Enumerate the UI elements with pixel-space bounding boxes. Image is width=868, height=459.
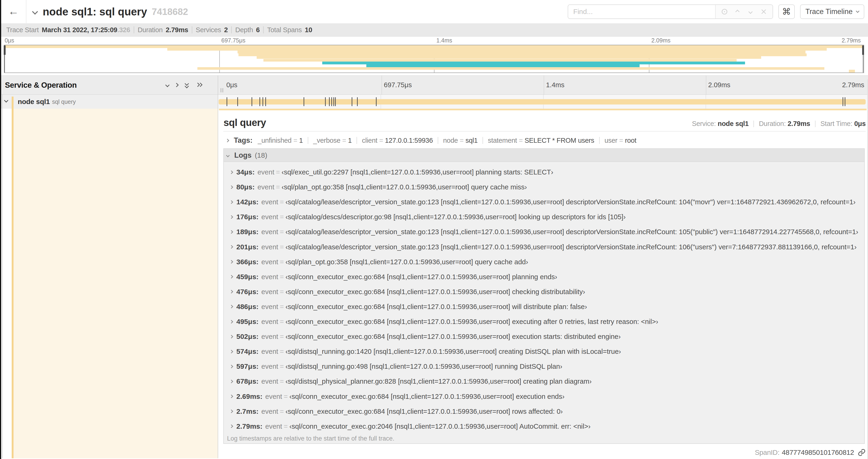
- log-equals: =: [278, 243, 285, 251]
- log-marker-tick[interactable]: [331, 97, 332, 106]
- log-value: ‹sql/plan_opt.go:358 [nsql1,client=127.0…: [282, 183, 527, 191]
- tag-item[interactable]: client=127.0.0.1:59936: [362, 137, 433, 144]
- log-row[interactable]: 459μs:event=‹sql/conn_executor_exec.go:6…: [224, 269, 864, 284]
- log-row[interactable]: 189μs:event=‹sql/catalog/lease/descripto…: [224, 224, 864, 239]
- log-row[interactable]: 2.79ms:event=‹sql/conn_executor_exec.go:…: [224, 419, 864, 434]
- collapse-all-button[interactable]: [184, 82, 190, 88]
- log-marker-tick[interactable]: [352, 97, 352, 106]
- log-marker-tick[interactable]: [843, 97, 843, 106]
- log-row[interactable]: 574μs:event=‹sql/distsql_running.go:1420…: [224, 344, 864, 359]
- log-value: ‹sql/conn_executor_exec.go:684 [nsql1,cl…: [286, 318, 658, 325]
- expand-all-button[interactable]: [196, 82, 202, 88]
- tag-equals: =: [458, 137, 465, 144]
- ruler-label: 1.4ms: [546, 81, 564, 89]
- tag-item[interactable]: node=sql1: [443, 137, 477, 144]
- stats-item: Total Spans10: [267, 26, 312, 34]
- log-row[interactable]: 176μs:event=‹sql/catalog/descs/descripto…: [224, 209, 864, 224]
- trace-title-group[interactable]: node sql1: sql query 7418682: [26, 0, 568, 23]
- log-row[interactable]: 502μs:event=‹sql/conn_executor_exec.go:6…: [224, 329, 864, 344]
- back-button[interactable]: ←: [1, 0, 26, 23]
- log-marker-tick[interactable]: [357, 97, 358, 106]
- tag-key: statement: [488, 137, 517, 144]
- tag-item[interactable]: _verbose=1: [313, 137, 352, 144]
- ruler-label: 0μs: [226, 81, 237, 89]
- log-marker-tick[interactable]: [262, 97, 263, 106]
- span-name-cell[interactable]: node sql1 sql query: [1, 95, 218, 109]
- detail-overview-info: Service:node sql1Duration:2.79msStart Ti…: [692, 120, 866, 128]
- log-marker-tick[interactable]: [226, 97, 227, 106]
- log-marker-tick[interactable]: [304, 97, 304, 106]
- prev-match-button[interactable]: [731, 5, 744, 18]
- next-match-button[interactable]: [744, 5, 757, 18]
- log-row[interactable]: 142μs:event=‹sql/catalog/lease/descripto…: [224, 195, 864, 209]
- stats-label: Trace Start: [6, 26, 39, 34]
- detail-accent-bar[interactable]: [12, 97, 13, 458]
- expand-one-button[interactable]: [174, 83, 179, 87]
- minimap-span: [322, 62, 745, 64]
- chevron-right-icon: [229, 365, 233, 368]
- tag-item[interactable]: _unfinished=1: [257, 137, 303, 144]
- log-row[interactable]: 486μs:event=‹sql/conn_executor_exec.go:6…: [224, 299, 864, 314]
- log-row[interactable]: 201μs:event=‹sql/catalog/lease/descripto…: [224, 239, 864, 255]
- tag-item[interactable]: user=root: [604, 137, 637, 144]
- log-field: event=‹sql/catalog/lease/descriptor_vers…: [261, 228, 858, 236]
- log-row[interactable]: 476μs:event=‹sql/conn_executor_exec.go:6…: [224, 284, 864, 299]
- log-row[interactable]: 34μs:event=‹sql/exec_util.go:2297 [nsql1…: [224, 165, 864, 179]
- span-timeline-cell[interactable]: [218, 95, 868, 109]
- column-resizer-divider[interactable]: [218, 75, 218, 458]
- log-equals: =: [278, 273, 285, 281]
- log-value: ‹sql/conn_executor_exec.go:684 [nsql1,cl…: [289, 393, 564, 400]
- log-key: event: [261, 333, 278, 340]
- log-row[interactable]: 597μs:event=‹sql/distsql_running.go:498 …: [224, 359, 864, 374]
- log-field: event=‹sql/conn_executor_exec.go:684 [ns…: [261, 318, 658, 326]
- logs-content: Log timestamps are relative to the start…: [224, 163, 864, 444]
- log-field: event=‹sql/conn_executor_exec.go:2046 [n…: [265, 422, 591, 430]
- log-marker-tick[interactable]: [329, 97, 330, 106]
- log-marker-tick[interactable]: [259, 97, 260, 106]
- log-row[interactable]: 2.69ms:event=‹sql/conn_executor_exec.go:…: [224, 389, 864, 404]
- log-row[interactable]: 495μs:event=‹sql/conn_executor_exec.go:6…: [224, 314, 864, 329]
- log-equals: =: [278, 228, 285, 236]
- tag-value: sql1: [465, 137, 477, 144]
- log-timestamp: 459μs:: [236, 273, 258, 281]
- log-row[interactable]: 678μs:event=‹sql/distsql_physical_planne…: [224, 374, 864, 389]
- locate-icon: [720, 8, 728, 15]
- logs-header[interactable]: Logs (18): [224, 149, 864, 162]
- log-marker-tick[interactable]: [237, 97, 238, 106]
- match-locate-button[interactable]: [718, 5, 731, 18]
- column-resizer-grip[interactable]: [221, 88, 223, 92]
- clear-find-button[interactable]: [757, 5, 770, 18]
- minimap-canvas[interactable]: [4, 45, 864, 73]
- trace-view-dropdown[interactable]: Trace Timeline: [800, 4, 864, 19]
- log-row[interactable]: 80μs:event=‹sql/plan_opt.go:358 [nsql1,c…: [224, 179, 864, 195]
- log-timestamp: 597μs:: [236, 362, 258, 370]
- find-input[interactable]: [568, 5, 715, 19]
- deep-link-icon[interactable]: [858, 449, 866, 456]
- log-field: event=‹sql/conn_executor_exec.go:684 [ns…: [261, 288, 585, 296]
- stats-separator: [263, 26, 264, 33]
- log-marker-tick[interactable]: [335, 97, 336, 106]
- tag-value: 1: [299, 137, 303, 144]
- log-marker-tick[interactable]: [845, 97, 845, 106]
- span-duration-bar[interactable]: [219, 99, 866, 104]
- log-marker-tick[interactable]: [251, 97, 252, 106]
- log-row[interactable]: 2.7ms:event=‹sql/conn_executor_exec.go:6…: [224, 404, 864, 419]
- tag-item[interactable]: statement=SELECT * FROM users: [488, 137, 594, 144]
- log-marker-tick[interactable]: [334, 97, 334, 106]
- log-value: ‹sql/exec_util.go:2297 [nsql1,client=127…: [282, 168, 553, 176]
- title-collapse-chevron-icon[interactable]: [32, 9, 38, 14]
- log-marker-tick[interactable]: [376, 97, 377, 106]
- log-value: ‹sql/conn_executor_exec.go:684 [nsql1,cl…: [286, 273, 557, 281]
- detail-name-column[interactable]: [13, 109, 218, 458]
- log-field: event=‹sql/conn_executor_exec.go:684 [ns…: [261, 333, 621, 340]
- span-collapse-chevron-icon[interactable]: [4, 98, 8, 102]
- log-marker-tick[interactable]: [325, 97, 326, 106]
- log-key: event: [261, 258, 278, 266]
- log-row[interactable]: 366μs:event=‹sql/plan_opt.go:358 [nsql1,…: [224, 255, 864, 269]
- log-marker-tick[interactable]: [265, 97, 266, 106]
- span-row[interactable]: node sql1 sql query: [1, 95, 868, 109]
- logs-count: (18): [255, 151, 267, 159]
- keyboard-shortcuts-button[interactable]: ⌘: [778, 4, 795, 19]
- collapse-one-button[interactable]: [165, 83, 169, 87]
- tags-accordian[interactable]: Tags: _unfinished=1_verbose=1client=127.…: [223, 135, 866, 146]
